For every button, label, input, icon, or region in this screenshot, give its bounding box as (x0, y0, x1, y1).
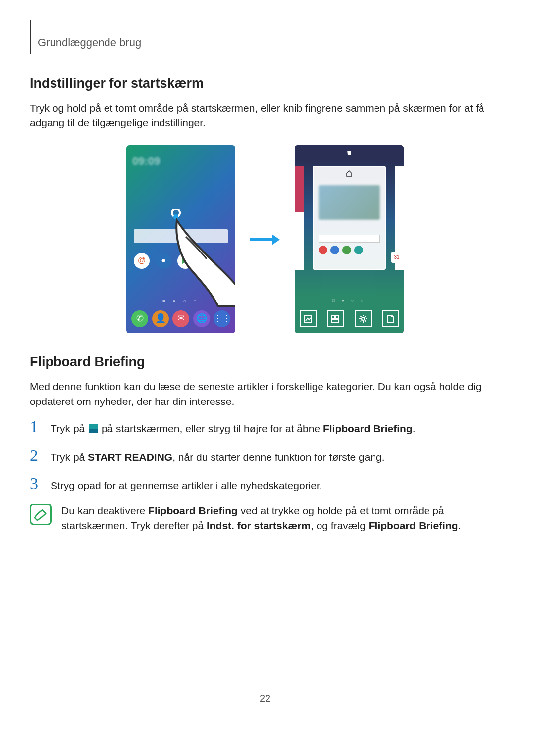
step-3: 3 Stryg opad for at gennemse artikler i … (30, 475, 500, 493)
note-icon (30, 504, 52, 525)
note-text: Du kan deaktivere Flipboard Briefing ved… (61, 504, 500, 533)
steps-list: 1 Tryk på på startskærmen, eller stryg t… (30, 418, 500, 493)
home-panel-preview (313, 166, 386, 270)
clock-label: 09:09 (132, 154, 160, 169)
trash-icon (295, 148, 404, 159)
step-2: 2 Tryk på START READING, når du starter … (30, 447, 500, 464)
illustration-row: 09:09 @ ● ▶ ■ ● ○ ○ ✆ 👤 ✉ 🌐 ⋮⋮ (30, 145, 500, 333)
svg-point-0 (173, 214, 178, 219)
heading-flipboard: Flipboard Briefing (30, 353, 500, 372)
svg-rect-3 (336, 315, 339, 318)
step-text: Tryk på START READING, når du starter de… (51, 447, 385, 464)
step-number: 2 (30, 447, 42, 464)
arrow-right-icon (250, 236, 280, 243)
step-1: 1 Tryk på på startskærmen, eller stryg t… (30, 418, 500, 436)
phone-screenshot-left: 09:09 @ ● ▶ ■ ● ○ ○ ✆ 👤 ✉ 🌐 ⋮⋮ (126, 145, 235, 333)
contacts-icon: 👤 (152, 310, 169, 327)
svg-rect-4 (332, 319, 339, 322)
apps-icon: ⋮⋮ (214, 310, 230, 327)
breadcrumb: Grundlæggende brug (38, 35, 141, 50)
dock: ✆ 👤 ✉ 🌐 ⋮⋮ (131, 310, 230, 327)
at-icon: @ (134, 253, 150, 269)
step-text: Stryg opad for at gennemse artikler i al… (51, 475, 322, 493)
page-header-rule: Grundlæggende brug (30, 20, 500, 54)
phone-icon: ✆ (131, 310, 148, 327)
calendar-icon: 31 (391, 252, 402, 263)
page-indicator: □ ● ○ ○ (295, 298, 404, 303)
settings-icon (355, 310, 372, 327)
step-number: 3 (30, 475, 42, 492)
widgets-icon (327, 310, 344, 327)
globe-icon: ● (156, 253, 171, 269)
body-flipboard: Med denne funktion kan du læse de senest… (30, 379, 500, 408)
edit-toolbar (300, 310, 399, 327)
page-number: 22 (30, 691, 500, 705)
hand-gesture-icon (171, 209, 235, 308)
wallpaper-icon (300, 310, 317, 327)
phone-screenshot-right: 31 □ ● ○ ○ (295, 145, 404, 333)
page-edit-icon (382, 310, 399, 327)
body-home-settings: Tryk og hold på et tomt område på starts… (30, 101, 500, 130)
svg-rect-2 (332, 315, 335, 318)
note-box: Du kan deaktivere Flipboard Briefing ved… (30, 504, 500, 533)
home-icon (314, 167, 385, 183)
svg-point-5 (362, 317, 365, 320)
flipboard-tile-icon (89, 424, 98, 433)
browser-icon: 🌐 (193, 310, 210, 327)
step-number: 1 (30, 418, 42, 435)
mail-icon: ✉ (172, 310, 189, 327)
step-text: Tryk på på startskærmen, eller stryg til… (51, 418, 416, 436)
heading-home-settings: Indstillinger for startskærm (30, 74, 500, 93)
